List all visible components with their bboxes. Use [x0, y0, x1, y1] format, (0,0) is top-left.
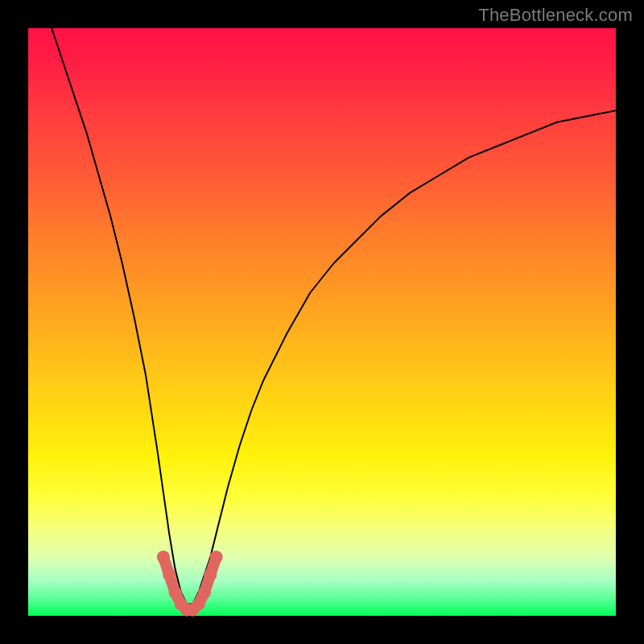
optimal-zone-point: [198, 586, 211, 599]
watermark-text: TheBottleneck.com: [478, 5, 633, 26]
curve-layer: [28, 28, 616, 616]
optimal-zone-point: [204, 568, 217, 581]
optimal-zone-point: [169, 586, 182, 599]
bottleneck-curve: [52, 28, 616, 604]
optimal-zone-point: [157, 551, 170, 564]
optimal-zone-point: [163, 568, 175, 581]
optimal-zone-highlight: [157, 551, 223, 617]
outer-frame: TheBottleneck.com: [0, 0, 644, 644]
optimal-zone-point: [192, 597, 205, 610]
optimal-zone-point: [210, 551, 223, 564]
